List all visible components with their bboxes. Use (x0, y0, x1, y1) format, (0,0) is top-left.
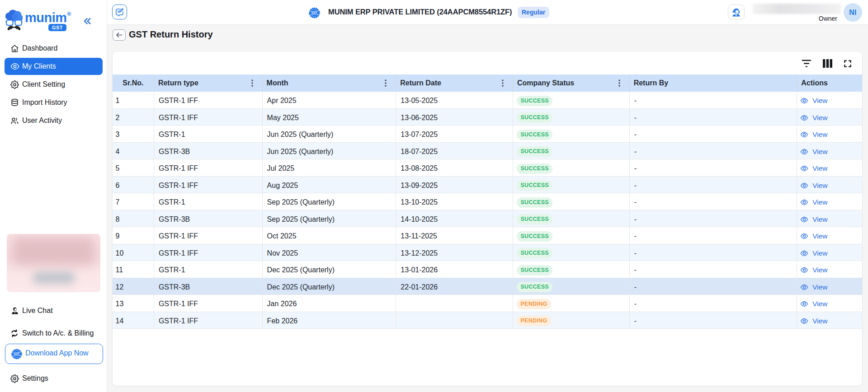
svg-text:GST: GST (311, 11, 318, 14)
svg-text:GST: GST (14, 352, 20, 355)
